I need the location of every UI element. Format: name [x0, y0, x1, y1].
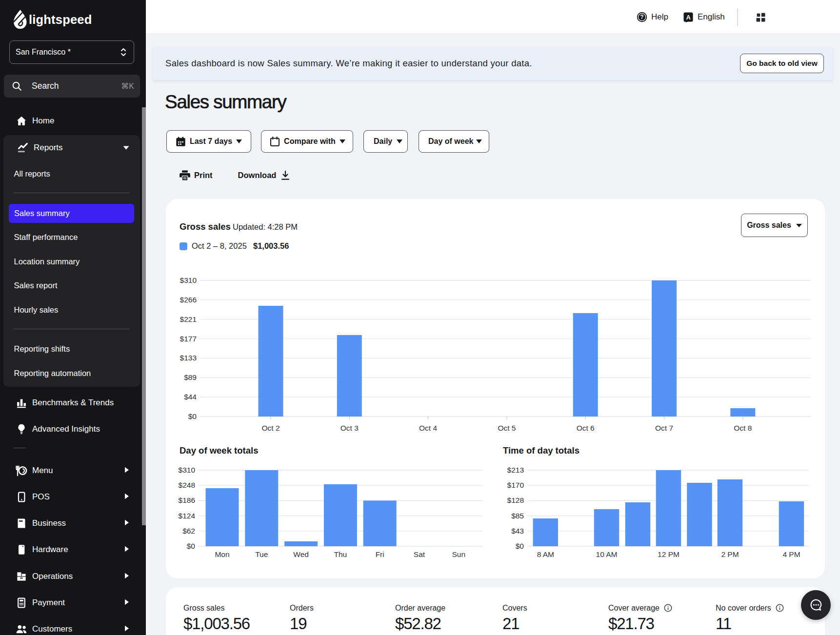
svg-text:8 AM: 8 AM: [537, 550, 554, 558]
svg-text:Oct 3: Oct 3: [340, 424, 359, 432]
svg-text:Oct 5: Oct 5: [498, 424, 516, 432]
svg-text:10 AM: 10 AM: [596, 550, 618, 558]
svg-text:$186: $186: [179, 496, 195, 504]
svg-text:$170: $170: [507, 481, 524, 489]
svg-text:$133: $133: [180, 354, 197, 362]
svg-text:$0: $0: [516, 542, 524, 550]
svg-text:$62: $62: [182, 527, 195, 535]
svg-text:Sun: Sun: [452, 550, 466, 558]
svg-text:A: A: [686, 14, 691, 21]
svg-text:$177: $177: [180, 335, 197, 343]
svg-text:$128: $128: [507, 496, 524, 504]
svg-text:12 PM: 12 PM: [658, 550, 680, 558]
svg-text:Oct 2: Oct 2: [261, 424, 280, 432]
svg-text:?: ?: [640, 14, 643, 20]
svg-text:$266: $266: [180, 296, 197, 304]
svg-text:Wed: Wed: [293, 550, 309, 558]
svg-text:Thu: Thu: [334, 550, 347, 558]
svg-text:Sat: Sat: [414, 550, 425, 558]
svg-text:Oct 4: Oct 4: [419, 424, 437, 432]
svg-text:$44: $44: [184, 393, 197, 401]
svg-text:$0: $0: [187, 542, 196, 550]
svg-text:$0: $0: [188, 412, 197, 420]
svg-text:Mon: Mon: [215, 550, 229, 558]
svg-text:4 PM: 4 PM: [782, 550, 800, 558]
svg-text:$248: $248: [179, 481, 195, 489]
svg-text:$221: $221: [180, 315, 197, 323]
svg-text:$310: $310: [179, 466, 196, 474]
svg-text:$213: $213: [507, 466, 524, 474]
svg-text:$85: $85: [511, 512, 524, 520]
svg-text:2 PM: 2 PM: [721, 550, 739, 558]
svg-text:Oct 6: Oct 6: [577, 424, 595, 432]
svg-text:Fri: Fri: [376, 550, 384, 558]
svg-text:$124: $124: [179, 512, 196, 520]
svg-text:Oct 8: Oct 8: [734, 424, 752, 432]
svg-text:$89: $89: [184, 373, 197, 381]
svg-text:Oct 7: Oct 7: [655, 424, 673, 432]
svg-text:$43: $43: [511, 527, 524, 535]
svg-text:Tue: Tue: [255, 550, 268, 558]
svg-text:$310: $310: [180, 276, 197, 284]
